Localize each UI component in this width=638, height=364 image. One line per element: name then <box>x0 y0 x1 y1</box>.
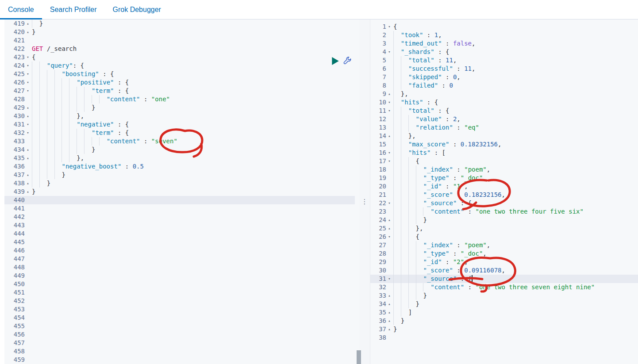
code-line-453[interactable]: 453 <box>4 305 355 314</box>
code-line-443[interactable]: 443 <box>4 221 355 230</box>
code-line-444[interactable]: 444 <box>4 230 355 238</box>
fold-toggle-icon[interactable]: ▾ <box>386 233 392 241</box>
code-line-31[interactable]: 31▾"_source" : { <box>370 275 638 283</box>
code-line-14[interactable]: 14▴}, <box>370 132 638 140</box>
code-line-22[interactable]: 22▾"_source" : { <box>370 199 638 207</box>
fold-toggle-icon[interactable]: ▴ <box>25 146 31 154</box>
fold-toggle-icon[interactable]: ▾ <box>386 107 392 115</box>
code-line-435[interactable]: 435▴}, <box>4 154 355 162</box>
code-line-23[interactable]: 23"content" : "one two three four five s… <box>370 207 638 216</box>
code-line-420[interactable]: 420▴} <box>4 28 355 36</box>
fold-toggle-icon[interactable]: ▴ <box>386 90 392 98</box>
code-line-32[interactable]: 32"content" : "one two three seven eight… <box>370 283 638 291</box>
code-line-12[interactable]: 12"value" : 2, <box>370 115 638 123</box>
fold-toggle-icon[interactable]: ▾ <box>386 48 392 56</box>
fold-toggle-icon[interactable]: ▾ <box>386 199 392 207</box>
code-line-446[interactable]: 446 <box>4 246 355 255</box>
code-line-21[interactable]: 21"_score" : 0.18232156, <box>370 191 638 199</box>
code-line-429[interactable]: 429▴} <box>4 103 355 112</box>
code-line-1[interactable]: 1▾{ <box>370 23 638 31</box>
code-line-25[interactable]: 25▴}, <box>370 224 638 233</box>
fold-toggle-icon[interactable]: ▴ <box>386 308 392 317</box>
fold-toggle-icon[interactable]: ▴ <box>386 291 392 300</box>
fold-toggle-icon[interactable]: ▴ <box>386 224 392 233</box>
fold-toggle-icon[interactable]: ▾ <box>25 78 31 87</box>
fold-toggle-icon[interactable]: ▴ <box>25 179 31 188</box>
fold-toggle-icon[interactable]: ▴ <box>25 112 31 120</box>
fold-toggle-icon[interactable]: ▴ <box>25 171 31 179</box>
code-line-442[interactable]: 442 <box>4 213 355 221</box>
code-line-452[interactable]: 452 <box>4 297 355 305</box>
code-line-432[interactable]: 432▾"term" : { <box>4 129 355 137</box>
code-line-451[interactable]: 451 <box>4 288 355 297</box>
code-line-438[interactable]: 438▴} <box>4 179 355 188</box>
code-line-428[interactable]: 428"content" : "one" <box>4 95 355 103</box>
code-line-17[interactable]: 17▾{ <box>370 157 638 165</box>
code-line-419[interactable]: 419▴} <box>4 19 355 28</box>
fold-toggle-icon[interactable]: ▴ <box>25 103 31 112</box>
fold-toggle-icon[interactable]: ▴ <box>386 216 392 224</box>
code-line-427[interactable]: 427▾"term" : { <box>4 87 355 95</box>
code-line-30[interactable]: 30"_score" : 0.09116078, <box>370 266 638 275</box>
code-line-421[interactable]: 421 <box>4 36 355 45</box>
code-line-28[interactable]: 28"_type" : "_doc", <box>370 249 638 258</box>
code-line-454[interactable]: 454 <box>4 314 355 322</box>
code-line-8[interactable]: 8"failed" : 0 <box>370 81 638 90</box>
code-line-439[interactable]: 439▴} <box>4 188 355 196</box>
code-line-430[interactable]: 430▴}, <box>4 112 355 120</box>
fold-toggle-icon[interactable]: ▾ <box>25 70 31 78</box>
code-line-457[interactable]: 457 <box>4 339 355 347</box>
code-line-3[interactable]: 3"timed_out" : false, <box>370 39 638 48</box>
pane-resizer[interactable]: ⋮ <box>359 19 370 364</box>
code-line-13[interactable]: 13"relation" : "eq" <box>370 123 638 132</box>
fold-toggle-icon[interactable]: ▴ <box>25 188 31 196</box>
tab-console[interactable]: Console <box>0 0 42 19</box>
request-options-button[interactable] <box>343 57 352 65</box>
fold-toggle-icon[interactable]: ▾ <box>386 23 392 31</box>
code-line-11[interactable]: 11▾"total" : { <box>370 107 638 115</box>
fold-toggle-icon[interactable]: ▾ <box>25 61 31 70</box>
code-line-431[interactable]: 431▾"negative" : { <box>4 120 355 129</box>
code-line-29[interactable]: 29"_id" : "2", <box>370 258 638 266</box>
code-line-425[interactable]: 425▾"boosting" : { <box>4 70 355 78</box>
code-line-33[interactable]: 33▴} <box>370 291 638 300</box>
code-line-423[interactable]: 423▾{ <box>4 53 355 61</box>
code-line-18[interactable]: 18"_index" : "poem", <box>370 165 638 174</box>
fold-toggle-icon[interactable]: ▴ <box>386 132 392 140</box>
code-line-434[interactable]: 434▴} <box>4 146 355 154</box>
code-line-450[interactable]: 450 <box>4 280 355 288</box>
code-line-10[interactable]: 10▾"hits" : { <box>370 98 638 107</box>
tab-search-profiler[interactable]: Search Profiler <box>42 0 105 19</box>
fold-toggle-icon[interactable]: ▾ <box>25 87 31 95</box>
fold-toggle-icon[interactable]: ▾ <box>386 149 392 157</box>
code-line-5[interactable]: 5"total" : 11, <box>370 56 638 65</box>
fold-toggle-icon[interactable]: ▾ <box>25 53 31 61</box>
code-line-448[interactable]: 448 <box>4 263 355 272</box>
fold-toggle-icon[interactable]: ▴ <box>386 317 392 325</box>
code-line-455[interactable]: 455 <box>4 322 355 330</box>
code-line-34[interactable]: 34▴} <box>370 300 638 308</box>
code-line-2[interactable]: 2"took" : 1, <box>370 31 638 39</box>
code-line-35[interactable]: 35▴] <box>370 308 638 317</box>
code-line-441[interactable]: 441 <box>4 204 355 213</box>
code-line-24[interactable]: 24▴} <box>370 216 638 224</box>
code-line-422[interactable]: 422GET /_search <box>4 45 355 53</box>
code-line-447[interactable]: 447 <box>4 255 355 263</box>
code-line-433[interactable]: 433"content" : "seven" <box>4 137 355 146</box>
fold-toggle-icon[interactable]: ▾ <box>25 120 31 129</box>
scrollbar-thumb[interactable] <box>357 350 361 364</box>
code-line-4[interactable]: 4▾"_shards" : { <box>370 48 638 56</box>
fold-toggle-icon[interactable]: ▴ <box>25 19 31 28</box>
code-line-6[interactable]: 6"successful" : 11, <box>370 65 638 73</box>
code-line-16[interactable]: 16▾"hits" : [ <box>370 149 638 157</box>
code-line-436[interactable]: 436"negative_boost" : 0.5 <box>4 162 355 171</box>
code-line-15[interactable]: 15"max_score" : 0.18232156, <box>370 140 638 149</box>
code-line-459[interactable]: 459 <box>4 356 355 364</box>
code-line-19[interactable]: 19"_type" : "_doc", <box>370 174 638 182</box>
fold-toggle-icon[interactable]: ▴ <box>386 300 392 308</box>
code-line-20[interactable]: 20"_id" : "1", <box>370 182 638 191</box>
code-line-26[interactable]: 26▾{ <box>370 233 638 241</box>
code-line-437[interactable]: 437▴} <box>4 171 355 179</box>
code-line-458[interactable]: 458 <box>4 347 355 356</box>
code-line-424[interactable]: 424▾"query": { <box>4 61 355 70</box>
